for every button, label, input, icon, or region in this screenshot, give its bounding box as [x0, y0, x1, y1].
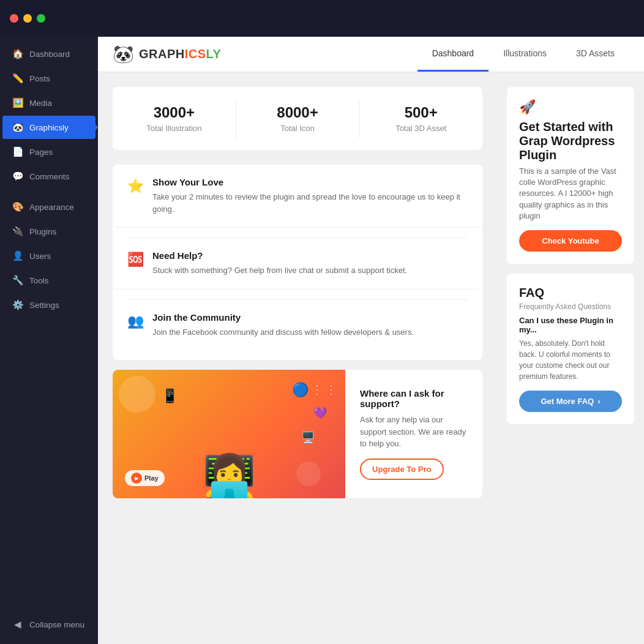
info-card-need-help-content: Need Help? Stuck with something? Get hel… — [152, 250, 468, 277]
faq-question: Can I use these Plugin in my... — [519, 316, 622, 334]
sidebar-item-comments[interactable]: 💬 Comments — [2, 165, 95, 188]
tab-illustrations[interactable]: Illustrations — [489, 37, 561, 72]
sidebar-item-users[interactable]: 👤 Users — [2, 244, 95, 268]
sidebar-item-label: Appearance — [29, 203, 74, 212]
sidebar-item-dashboard[interactable]: 🏠 Dashboard — [2, 42, 95, 66]
logo-area: 🐼 GRAPHICSLY — [113, 37, 221, 72]
info-card-show-love-content: Show Your Love Take your 2 minutes to re… — [152, 177, 468, 215]
promo-image-inner: 📱 🔵 💜 🖥️ 👩‍💻 ▶ Play — [113, 370, 345, 498]
users-icon: 👤 — [12, 250, 23, 261]
sidebar-item-label: Plugins — [29, 227, 56, 236]
promo-desc: Ask for any help via our support section… — [360, 414, 468, 450]
promo-circle1 — [119, 376, 155, 413]
sidebar-item-collapse[interactable]: ◀ Collapse menu — [2, 613, 95, 636]
logo-ly: LY — [206, 47, 222, 61]
info-card-show-love-title: Show Your Love — [152, 177, 468, 187]
promo-person: 👩‍💻 — [203, 455, 256, 498]
faq-subtitle: Frequently Asked Questions — [519, 302, 622, 311]
sidebar-item-label: Settings — [29, 301, 59, 310]
dashboard-icon: 🏠 — [12, 48, 23, 59]
collapse-icon: ◀ — [12, 619, 23, 630]
get-more-faq-button[interactable]: Get More FAQ › — [519, 391, 622, 412]
info-card-join-title: Join the Community — [152, 312, 468, 323]
faq-button-label: Get More FAQ — [541, 397, 594, 406]
appearance-icon: 🎨 — [12, 201, 23, 212]
promo-float-icon-4: 🖥️ — [301, 431, 315, 444]
sidebar-item-posts[interactable]: ✏️ Posts — [2, 67, 95, 90]
right-panel: 🚀 Get Started with Grap Wordpress Plugin… — [497, 72, 644, 644]
stat-icons-number: 8000+ — [246, 104, 350, 121]
rocket-icon: 🚀 — [519, 99, 622, 115]
promo-section: 📱 🔵 💜 🖥️ 👩‍💻 ▶ Play — [113, 370, 482, 498]
sidebar-item-label: Dashboard — [29, 50, 70, 59]
plugin-card-description: This is a sample of the Vast colle WordP… — [519, 166, 622, 222]
pages-icon: 📄 — [12, 146, 23, 157]
stat-icons: 8000+ Total Icon — [236, 99, 360, 138]
faq-button-arrow: › — [597, 397, 600, 406]
stat-icons-label: Total Icon — [246, 124, 350, 133]
promo-float-icon-2: 🔵 — [292, 382, 309, 398]
check-youtube-button[interactable]: Check Youtube — [519, 230, 622, 252]
app-layout: 🏠 Dashboard ✏️ Posts 🖼️ Media 🐼 Graphics… — [0, 37, 644, 644]
logo-ics: ICS — [185, 47, 206, 61]
info-section: ⭐ Show Your Love Take your 2 minutes to … — [113, 165, 482, 360]
stat-3d-number: 500+ — [369, 104, 473, 121]
stat-illustrations-number: 3000+ — [122, 104, 226, 121]
logo-graph: GRAPH — [139, 47, 185, 61]
sidebar-item-label: Media — [29, 99, 52, 108]
top-nav: 🐼 GRAPHICSLY Dashboard Illustrations 3D … — [98, 37, 644, 72]
star-icon: ⭐ — [127, 178, 144, 194]
sidebar-item-label: Pages — [29, 148, 53, 157]
plugin-card-title: Get Started with Grap Wordpress Plugin — [519, 120, 622, 162]
left-panel: 3000+ Total Illustration 8000+ Total Ico… — [98, 72, 497, 644]
media-icon: 🖼️ — [12, 97, 23, 108]
comments-icon: 💬 — [12, 171, 23, 182]
promo-title: Where can I ask for support? — [360, 388, 468, 409]
info-card-need-help-desc: Stuck with something? Get help from live… — [152, 264, 468, 277]
sidebar-item-tools[interactable]: 🔧 Tools — [2, 269, 95, 292]
stats-row: 3000+ Total Illustration 8000+ Total Ico… — [113, 87, 482, 150]
tools-icon: 🔧 — [12, 275, 23, 286]
community-icon: 👥 — [127, 313, 144, 329]
play-button-icon: ▶ — [131, 473, 142, 484]
info-card-join-community: 👥 Join the Community Join the Facebook c… — [113, 300, 482, 351]
tab-dashboard[interactable]: Dashboard — [417, 37, 489, 72]
logo-panda-icon: 🐼 — [113, 44, 134, 64]
posts-icon: ✏️ — [12, 73, 23, 84]
sidebar-item-appearance[interactable]: 🎨 Appearance — [2, 195, 95, 219]
sidebar-item-label: Comments — [29, 172, 69, 181]
sidebar-item-settings[interactable]: ⚙️ Settings — [2, 293, 95, 316]
sidebar-item-plugins[interactable]: 🔌 Plugins — [2, 220, 95, 243]
sidebar: 🏠 Dashboard ✏️ Posts 🖼️ Media 🐼 Graphics… — [0, 37, 98, 644]
promo-text: Where can I ask for support? Ask for any… — [360, 388, 468, 480]
play-label: Play — [144, 474, 159, 482]
stat-illustrations-label: Total Illustration — [122, 124, 226, 133]
help-icon: 🆘 — [127, 252, 144, 268]
plugins-icon: 🔌 — [12, 226, 23, 237]
nav-tabs: Dashboard Illustrations 3D Assets — [417, 37, 629, 72]
info-card-join-community-content: Join the Community Join the Facebook com… — [152, 312, 468, 339]
sidebar-item-graphicsly[interactable]: 🐼 Graphicsly — [2, 116, 95, 139]
promo-float-icon-3: 💜 — [313, 406, 327, 420]
sidebar-item-pages[interactable]: 📄 Pages — [2, 140, 95, 163]
promo-dots: ⋮⋮ — [311, 382, 339, 397]
settings-icon: ⚙️ — [12, 299, 23, 310]
info-card-join-desc: Join the Facebook community and discuss … — [152, 326, 468, 339]
dashboard-body: 3000+ Total Illustration 8000+ Total Ico… — [98, 72, 644, 644]
promo-image: 📱 🔵 💜 🖥️ 👩‍💻 ▶ Play — [113, 370, 345, 498]
logo-text: GRAPHICSLY — [139, 47, 221, 61]
sidebar-collapse-label: Collapse menu — [29, 620, 84, 629]
info-card-show-love: ⭐ Show Your Love Take your 2 minutes to … — [113, 165, 482, 228]
promo-circle2 — [296, 462, 321, 486]
close-button[interactable] — [10, 14, 18, 23]
tab-3d-assets[interactable]: 3D Assets — [561, 37, 629, 72]
sidebar-item-media[interactable]: 🖼️ Media — [2, 91, 95, 114]
maximize-button[interactable] — [37, 14, 45, 23]
promo-float-icon-1: 📱 — [162, 388, 178, 404]
upgrade-to-pro-button[interactable]: Upgrade To Pro — [360, 459, 444, 480]
sidebar-item-label: Graphicsly — [29, 123, 69, 132]
graphicsly-icon: 🐼 — [12, 122, 23, 133]
play-badge[interactable]: ▶ Play — [125, 470, 165, 486]
info-card-show-love-desc: Take your 2 minutes to review the plugin… — [152, 191, 468, 215]
minimize-button[interactable] — [23, 14, 32, 23]
